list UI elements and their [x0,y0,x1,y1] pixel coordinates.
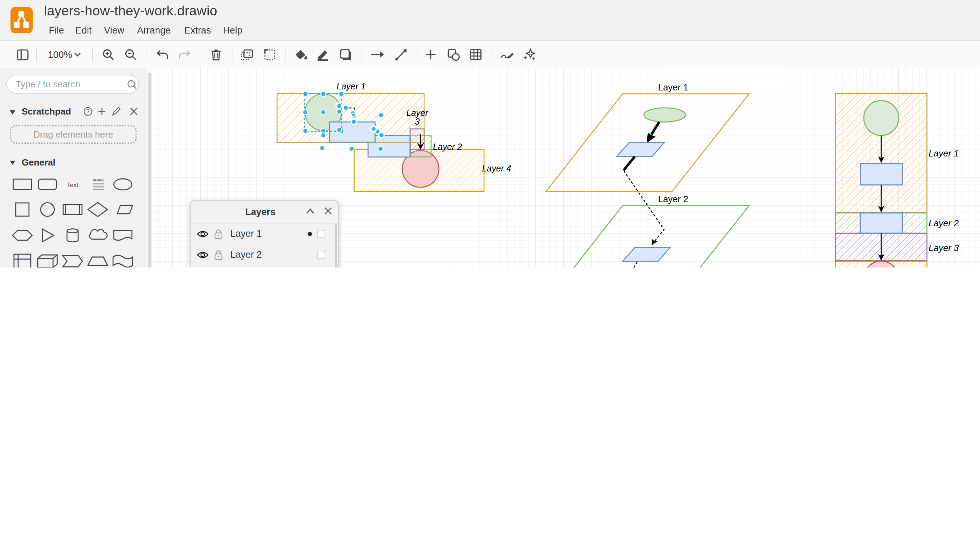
svg-text:Layer: Layer [406,108,429,118]
svg-text:Layer 1: Layer 1 [658,82,688,93]
svg-text:?: ? [86,108,89,115]
svg-text:Layer 2: Layer 2 [658,194,688,204]
svg-text:3: 3 [415,117,420,126]
svg-text:Layer 2: Layer 2 [433,142,462,152]
svg-text:Layer 4: Layer 4 [482,163,511,173]
svg-text:Layer 3: Layer 3 [929,243,959,253]
svg-text:Text: Text [67,181,78,188]
svg-text:Layer 1: Layer 1 [929,148,959,158]
svg-text:Layer 1: Layer 1 [336,81,365,91]
svg-text:Layer 2: Layer 2 [929,218,959,228]
svg-text:Heading: Heading [93,178,104,182]
